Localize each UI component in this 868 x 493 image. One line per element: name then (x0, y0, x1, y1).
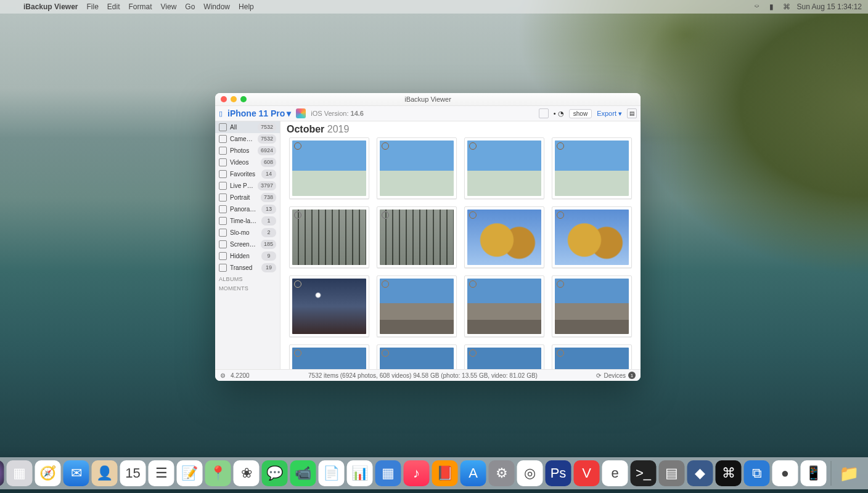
sidebar-item-icon (219, 205, 227, 213)
sidebar-section-moments[interactable]: MOMENTS (215, 283, 280, 292)
dock-numbers[interactable]: 📊 (347, 460, 373, 486)
dock-edge[interactable]: e (602, 460, 628, 486)
minimize-button[interactable] (231, 96, 237, 102)
dock-preferences[interactable]: ⚙ (489, 460, 515, 486)
sidebar-item-camera-roll[interactable]: Camera Roll7532 (215, 133, 280, 145)
dock-vscode[interactable]: ⧉ (744, 460, 770, 486)
section-month: October (287, 124, 324, 134)
live-photo-icon (294, 280, 301, 288)
apple-menu[interactable] (6, 2, 15, 11)
photo-thumbnail[interactable] (552, 344, 632, 369)
gear-icon[interactable]: ⚙ (220, 372, 226, 379)
photo-thumbnail[interactable] (289, 137, 369, 199)
sidebar-item-time-lapse[interactable]: Time-lapse1 (215, 215, 280, 227)
dock-app2[interactable]: ◆ (687, 460, 713, 486)
sidebar-item-hidden[interactable]: Hidden9 (215, 250, 280, 262)
photo-thumbnail[interactable] (464, 275, 544, 337)
dock-ibackup[interactable]: 📱 (801, 460, 827, 486)
dock-maps[interactable]: 📍 (205, 460, 231, 486)
sidebar-item-live-photos[interactable]: Live Photos3797 (215, 180, 280, 192)
menu-go[interactable]: Go (185, 2, 195, 11)
sidebar-item-screenshots[interactable]: Screenshots185 (215, 238, 280, 250)
thumbnail-image (292, 141, 366, 196)
photo-thumbnail[interactable] (552, 275, 632, 337)
close-button[interactable] (221, 96, 227, 102)
devices-label: Devices (604, 372, 626, 379)
dock-photoshop[interactable]: Ps (546, 460, 571, 486)
wifi-icon[interactable]: ⌔ (753, 2, 761, 11)
show-button[interactable]: show (569, 109, 592, 118)
photo-thumbnail[interactable] (377, 275, 457, 337)
dock-downloads[interactable]: 📁 (836, 460, 862, 486)
sidebar-item-favorites[interactable]: Favorites14 (215, 168, 280, 180)
sidebar-item-transed[interactable]: Transed19 (215, 262, 280, 274)
menu-edit[interactable]: Edit (107, 2, 120, 11)
live-photo-icon (557, 211, 564, 219)
dock-vivaldi[interactable]: V (574, 460, 600, 486)
control-center-icon[interactable]: ⌘ (782, 2, 791, 11)
dock-reminders[interactable]: ☰ (149, 460, 174, 486)
dock-app3[interactable]: ⌘ (716, 460, 742, 486)
dock-books[interactable]: 📕 (432, 460, 458, 486)
devices-button[interactable]: ⟳ Devices 1 (596, 372, 636, 379)
sidebar-item-panoramas[interactable]: Panoramas13 (215, 203, 280, 215)
photo-thumbnail[interactable] (464, 206, 544, 268)
sidebar-item-videos[interactable]: Videos608 (215, 157, 280, 168)
menubar-app-name[interactable]: iBackup Viewer (23, 2, 78, 11)
sidebar-item-all[interactable]: All7532 (215, 121, 280, 133)
photo-thumbnail[interactable] (377, 206, 457, 268)
dock-launchpad[interactable]: ▦ (7, 460, 33, 486)
dock-appstore[interactable]: A (461, 460, 486, 486)
photo-thumbnail[interactable] (377, 344, 457, 369)
thumbnail-image (467, 210, 541, 265)
device-dropdown[interactable]: iPhone 11 Pro▾ (227, 108, 291, 118)
photo-thumbnail[interactable] (377, 137, 457, 199)
dock-siri[interactable]: ◉ (0, 460, 4, 486)
photo-thumbnail[interactable] (464, 344, 544, 369)
calendar-icon[interactable] (539, 108, 549, 118)
dock-facetime[interactable]: 📹 (290, 460, 316, 486)
dock-safari[interactable]: 🧭 (35, 460, 61, 486)
dock-photos[interactable]: ❀ (234, 460, 260, 486)
sidebar-item-count: 9 (261, 251, 276, 261)
menu-view[interactable]: View (161, 2, 177, 11)
photo-thumbnail[interactable] (289, 275, 369, 337)
dock-pages[interactable]: 📄 (319, 460, 345, 486)
dock-terminal[interactable]: >_ (631, 460, 657, 486)
clock-icon[interactable]: • ◔ (554, 110, 564, 118)
dock-calendar[interactable]: 15 (120, 460, 146, 486)
dock-chrome[interactable]: ◎ (517, 460, 543, 486)
menu-help[interactable]: Help (239, 2, 254, 11)
dock-app1[interactable]: ▤ (659, 460, 685, 486)
dock-app4[interactable]: ● (772, 460, 798, 486)
dock-documents[interactable]: 🗂 (864, 460, 869, 486)
dock-music[interactable]: ♪ (404, 460, 430, 486)
sidebar-item-photos[interactable]: Photos6924 (215, 145, 280, 157)
dock-notes[interactable]: 📝 (177, 460, 203, 486)
photo-thumbnail[interactable] (289, 206, 369, 268)
dock-messages[interactable]: 💬 (262, 460, 288, 486)
dock-contacts[interactable]: 👤 (92, 460, 118, 486)
menu-file[interactable]: File (87, 2, 99, 11)
photo-grid-scroll[interactable] (280, 136, 641, 369)
view-mode-button[interactable]: ▤ (627, 108, 637, 118)
dock-keynote[interactable]: ▦ (375, 460, 401, 486)
titlebar[interactable]: iBackup Viewer (215, 93, 641, 106)
photo-thumbnail[interactable] (552, 206, 632, 268)
zoom-button[interactable] (240, 96, 247, 102)
menubar-clock[interactable]: Sun Aug 15 1:34:12 (797, 2, 862, 11)
battery-icon[interactable]: ▮ (768, 2, 776, 11)
menu-window[interactable]: Window (203, 2, 230, 11)
live-photo-icon (382, 142, 389, 150)
sidebar-item-portrait[interactable]: Portrait738 (215, 192, 280, 203)
sidebar-section-albums[interactable]: ALBUMS (215, 274, 280, 283)
thumbnail-image (292, 279, 366, 334)
dock-mail[interactable]: ✉ (63, 460, 89, 486)
sidebar-item-slo-mo[interactable]: Slo-mo2 (215, 227, 280, 238)
photo-thumbnail[interactable] (464, 137, 544, 199)
photos-app-icon[interactable] (296, 108, 306, 118)
photo-thumbnail[interactable] (552, 137, 632, 199)
export-dropdown[interactable]: Export ▾ (597, 110, 622, 118)
menu-format[interactable]: Format (129, 2, 152, 11)
photo-thumbnail[interactable] (289, 344, 369, 369)
